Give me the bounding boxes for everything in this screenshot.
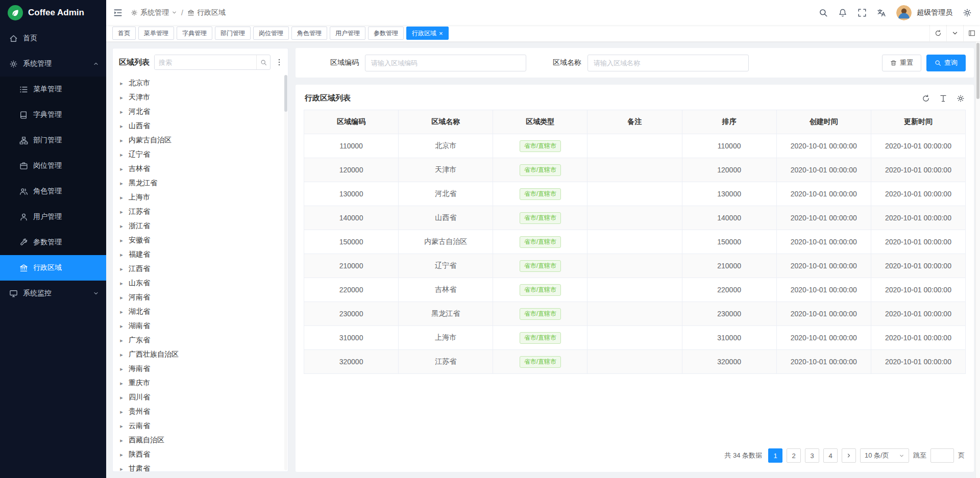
page-size-select[interactable]: 10 条/页: [860, 448, 909, 463]
sidebar-item-system-management[interactable]: 系统管理: [0, 51, 106, 77]
tab-role[interactable]: 角色管理: [291, 27, 327, 40]
tree-item[interactable]: ▸河北省: [119, 105, 281, 119]
breadcrumb-item-system[interactable]: 系统管理: [131, 8, 177, 17]
tree-item[interactable]: ▸安徽省: [119, 233, 281, 247]
open-tabs: 首页菜单管理字典管理部门管理岗位管理角色管理用户管理参数管理行政区域×: [112, 27, 929, 40]
reset-button[interactable]: 重置: [882, 55, 921, 71]
table-cell: 2020-10-01 00:00:00: [871, 302, 965, 326]
tree-item[interactable]: ▸江苏省: [119, 205, 281, 219]
page-button-4[interactable]: 4: [823, 448, 838, 463]
table-cell: 130000: [304, 182, 399, 206]
tree-item[interactable]: ▸湖北省: [119, 305, 281, 319]
tab-region[interactable]: 行政区域×: [406, 27, 449, 40]
tree-item[interactable]: ▸辽宁省: [119, 147, 281, 162]
panel-scrollbar[interactable]: [284, 75, 287, 470]
table-cell: 2020-10-01 00:00:00: [871, 350, 965, 374]
table-settings-gear-icon[interactable]: [957, 94, 965, 103]
tree-item[interactable]: ▸福建省: [119, 247, 281, 262]
region-code-input[interactable]: [365, 55, 526, 71]
tree-item[interactable]: ▸天津市: [119, 90, 281, 105]
sidebar-item-param[interactable]: 参数管理: [0, 230, 106, 255]
tree-item[interactable]: ▸上海市: [119, 190, 281, 205]
table-cell: [587, 158, 682, 182]
tree-item[interactable]: ▸河南省: [119, 290, 281, 305]
search-icon[interactable]: [256, 55, 270, 69]
tree-item[interactable]: ▸山东省: [119, 276, 281, 290]
tab-label: 部门管理: [220, 29, 245, 38]
tree-item[interactable]: ▸陕西省: [119, 447, 281, 462]
tab-post[interactable]: 岗位管理: [253, 27, 289, 40]
page-button-2[interactable]: 2: [787, 448, 801, 463]
notification-bell-icon[interactable]: [838, 8, 847, 17]
sidebar-item-home[interactable]: 首页: [0, 26, 106, 51]
tree-item[interactable]: ▸吉林省: [119, 162, 281, 176]
tree-item[interactable]: ▸山西省: [119, 119, 281, 133]
jump-page-input[interactable]: [930, 448, 954, 463]
tree-item[interactable]: ▸西藏自治区: [119, 433, 281, 447]
tree-item[interactable]: ▸贵州省: [119, 405, 281, 419]
tab-home[interactable]: 首页: [112, 27, 136, 40]
caret-right-icon: ▸: [119, 109, 124, 115]
close-tab-icon[interactable]: ×: [439, 30, 443, 37]
table-cell: 2020-10-01 00:00:00: [776, 302, 871, 326]
page-button-3[interactable]: 3: [805, 448, 819, 463]
tab-dict[interactable]: 字典管理: [177, 27, 212, 40]
next-page-button[interactable]: [842, 448, 856, 463]
region-name-input[interactable]: [587, 55, 749, 71]
tree-item[interactable]: ▸黑龙江省: [119, 176, 281, 190]
user-avatar[interactable]: [896, 5, 912, 20]
tree-item[interactable]: ▸云南省: [119, 419, 281, 433]
region-search-input[interactable]: [155, 55, 256, 69]
tree-item[interactable]: ▸海南省: [119, 362, 281, 376]
sidebar-item-post[interactable]: 岗位管理: [0, 153, 106, 179]
table-cell: 省市/直辖市: [493, 326, 587, 350]
translate-icon[interactable]: [877, 8, 886, 17]
table-cell: 省市/直辖市: [493, 206, 587, 230]
tree-item[interactable]: ▸北京市: [119, 76, 281, 90]
sidebar-item-dict[interactable]: 字典管理: [0, 102, 106, 128]
user-icon: [19, 213, 28, 221]
tree-item[interactable]: ▸四川省: [119, 390, 281, 405]
tab-menu[interactable]: 菜单管理: [138, 27, 174, 40]
window-scrollbar-thumb[interactable]: [976, 43, 979, 99]
window-scrollbar[interactable]: [975, 42, 980, 478]
query-button[interactable]: 查询: [926, 55, 966, 71]
tree-item[interactable]: ▸江西省: [119, 262, 281, 276]
table-cell: [587, 254, 682, 278]
tree-item[interactable]: ▸广东省: [119, 333, 281, 347]
table-cell: 山西省: [399, 206, 493, 230]
tree-item[interactable]: ▸广西壮族自治区: [119, 347, 281, 362]
sidebar-item-dept[interactable]: 部门管理: [0, 128, 106, 153]
layout-expand-icon[interactable]: [963, 25, 980, 41]
settings-gear-icon[interactable]: [963, 8, 972, 17]
tab-menu-chevron-icon[interactable]: [946, 25, 963, 41]
fullscreen-icon[interactable]: [857, 8, 867, 17]
more-options-icon[interactable]: [275, 58, 283, 66]
tree-item[interactable]: ▸甘肃省: [119, 462, 281, 471]
sidebar-item-region[interactable]: 行政区域: [0, 255, 106, 281]
tree-item[interactable]: ▸浙江省: [119, 219, 281, 233]
tree-item[interactable]: ▸内蒙古自治区: [119, 133, 281, 147]
refresh-icon[interactable]: [922, 94, 930, 103]
tab-param[interactable]: 参数管理: [368, 27, 404, 40]
tab-user[interactable]: 用户管理: [330, 27, 365, 40]
sidebar-item-system-monitor[interactable]: 系统监控: [0, 281, 106, 306]
tree-item[interactable]: ▸湖南省: [119, 319, 281, 333]
tree-item-label: 内蒙古自治区: [129, 136, 172, 145]
sidebar-item-user[interactable]: 用户管理: [0, 204, 106, 230]
table-row: 120000天津市省市/直辖市1200002020-10-01 00:00:00…: [304, 158, 966, 182]
tree-item[interactable]: ▸重庆市: [119, 376, 281, 390]
table-row: 230000黑龙江省省市/直辖市2300002020-10-01 00:00:0…: [304, 302, 966, 326]
sidebar-item-menu[interactable]: 菜单管理: [0, 77, 106, 102]
page-button-1[interactable]: 1: [768, 448, 782, 463]
app-title: Coffee Admin: [28, 8, 84, 18]
refresh-tabs-icon[interactable]: [929, 25, 946, 41]
caret-right-icon: ▸: [119, 309, 124, 315]
sidebar-item-role[interactable]: 角色管理: [0, 179, 106, 204]
tab-dept[interactable]: 部门管理: [215, 27, 251, 40]
collapse-sidebar-icon[interactable]: [113, 8, 122, 17]
breadcrumb: 系统管理 / 行政区域: [131, 8, 226, 17]
column-height-icon[interactable]: [939, 94, 947, 103]
search-icon[interactable]: [819, 8, 828, 17]
panel-scrollbar-thumb[interactable]: [284, 75, 287, 112]
